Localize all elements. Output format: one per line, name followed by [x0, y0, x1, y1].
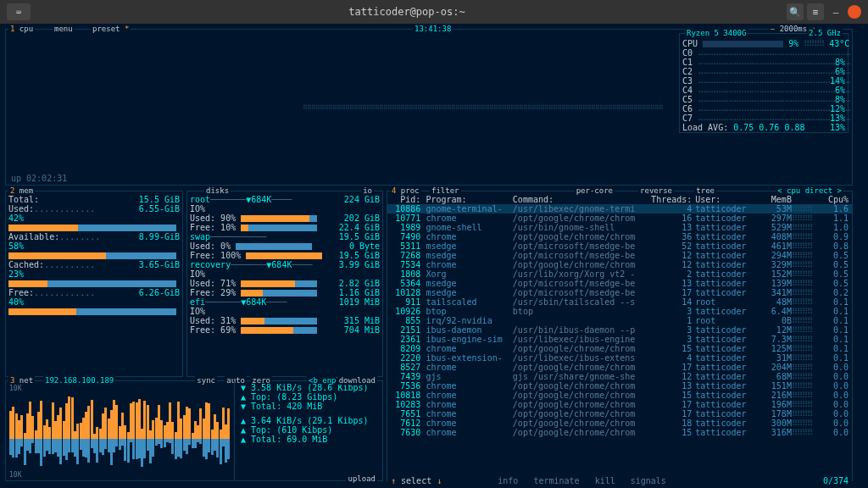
net-panel: 3 net 192.168.100.189 sync auto zero <b … [5, 380, 383, 481]
cpu-freq: 2.5 GHz [807, 29, 843, 37]
net-ul-total: ▲ Total: 69.0 MiB [238, 435, 379, 444]
minimize-button[interactable]: — [827, 3, 844, 20]
h-cmd[interactable]: Command: [513, 195, 651, 204]
f-sig[interactable]: signals [631, 476, 666, 485]
disk-item: swap───────────19.5 GiB Used: 0% 0 Byte … [187, 232, 382, 260]
uptime: up 02:02:31 [11, 174, 67, 183]
mem-used-l: Used: [8, 204, 34, 214]
cpu-graph: ⠿⠿⠿⠿⠿⠿⠿⠿⠿⠿⠿⠿⠿⠿⠿⠿⠿⠿⠿⠿⠿⠿⠿⠿⠿⠿⠿⠿⠿⠿⠿⠿⠿⠿⠿⠿⠿⠿⠿⠿… [303, 106, 667, 111]
f-term[interactable]: terminate [533, 476, 579, 485]
table-row[interactable]: 5364msedge/opt/microsoft/msedge-be13tatt… [387, 279, 852, 288]
core-row: C4 ⠤⠤⠤⠤⠤⠤⠤⠤⠤⠤⠤⠤⠤⠤⠤⠤⠤⠤⠤⠤⠤⠤⠤⠤⠤⠤⠤⠤⠤⠤ 8% [680, 86, 848, 95]
h-mem[interactable]: MemB [759, 195, 792, 204]
proc-sort[interactable]: < cpu direct > [776, 186, 843, 195]
search-button[interactable]: 🔍 [787, 3, 804, 20]
close-button[interactable] [848, 5, 861, 19]
net-ul-l: upload [346, 474, 377, 483]
menu-label[interactable]: menu [54, 25, 73, 33]
core-row: C1 ⠤⠤⠤⠤⠤⠤⠤⠤⠤⠤⠤⠤⠤⠤⠤⠤⠤⠤⠤⠤⠤⠤⠤⠤⠤⠤⠤⠤⠤⠤ 6% [680, 58, 848, 67]
f-kill[interactable]: kill [595, 476, 615, 485]
mem-av: 8.99-GiB [139, 232, 180, 241]
net-dl-total: ▼ Total: 420 MiB [238, 402, 379, 411]
core-row: C7 ⠤⠤⠤⠤⠤⠤⠤⠤⠤⠤⠤⠤⠤⠤⠤⠤⠤⠤⠤⠤⠤⠤⠤⠤⠤⠤⠤⠤⠤⠤ 13% [680, 114, 848, 123]
mem-fr: 6.26-GiB [139, 288, 180, 297]
proc-filter[interactable]: filter [430, 186, 461, 195]
table-row[interactable]: 8527chrome/opt/google/chrome/chrom17tatt… [387, 363, 852, 372]
table-row[interactable]: 10283chrome/opt/google/chrome/chrom17tat… [387, 400, 852, 409]
menu-button[interactable]: ≡ [807, 3, 824, 20]
h-pid[interactable]: Pid: [391, 195, 426, 204]
table-row[interactable]: 7612chrome/opt/google/chrome/chrom18tatt… [387, 419, 852, 428]
app-icon: ⌨ [7, 3, 31, 20]
mem-ca-l: Cached: [8, 260, 44, 269]
f-info[interactable]: info [498, 476, 518, 485]
mem-fr-l: Free: [8, 288, 34, 297]
table-row[interactable]: 5311msedge/opt/microsoft/msedge-be52tatt… [387, 241, 852, 251]
table-row[interactable]: 1989gnome-shell/usr/bin/gnome-shell13tat… [387, 223, 852, 232]
loadavg: 0.75 0.76 0.88 [728, 123, 804, 132]
disks-title[interactable]: disks [204, 186, 231, 195]
disk-item: recovery───────▼684K────3.99 GiB IO% Use… [187, 260, 382, 297]
table-row[interactable]: 7534chrome/opt/google/chrome/chrom12tatt… [387, 260, 852, 269]
net-ul-top: ▲ Top: (610 Kibps) [238, 425, 379, 435]
table-row[interactable]: 855irq/92-nvidia1root0B⠿⠿⠿⠿0.1 [387, 316, 852, 325]
cpu-info: Ryzen 5 3400G 2.5 GHz CPU 9% ⠿⠿⠿⠿ 43°C C… [679, 33, 849, 133]
table-row[interactable]: 10771chrome/opt/google/chrome/chrom16tat… [387, 214, 852, 223]
cpu-label[interactable]: cpu [19, 25, 33, 33]
mem-ca-p: 23% [8, 269, 24, 279]
proc-percore[interactable]: per-core [575, 186, 615, 195]
table-row[interactable]: 7439gjsgjs /usr/share/gnome-she12tattico… [387, 372, 852, 381]
disks-io[interactable]: io [361, 186, 374, 195]
mem-title[interactable]: mem [19, 186, 33, 195]
refresh-ms[interactable]: 2000ms [780, 25, 808, 33]
proc-title[interactable]: proc [401, 186, 420, 195]
core-row: C5 ⠤⠤⠤⠤⠤⠤⠤⠤⠤⠤⠤⠤⠤⠤⠤⠤⠤⠤⠤⠤⠤⠤⠤⠤⠤⠤⠤⠤⠤⠤ 12% [680, 95, 848, 104]
table-row[interactable]: 2220ibus-extension-/usr/libexec/ibus-ext… [387, 353, 852, 363]
proc-reverse[interactable]: reverse [638, 186, 674, 195]
table-row[interactable]: 1808Xorg/usr/lib/xorg/Xorg vt2 -2tattico… [387, 269, 852, 279]
preset-label[interactable]: preset [92, 25, 120, 33]
table-row[interactable]: 8209chrome/opt/google/chrome/chrom15tatt… [387, 344, 852, 353]
mem-total: 15.5 GiB [139, 195, 180, 204]
mem-used: 6.55-GiB [139, 204, 180, 214]
proc-header: Pid: Program: Command: Threads: User: Me… [387, 195, 852, 204]
table-row[interactable]: 7490chrome/opt/google/chrome/chrom36tatt… [387, 232, 852, 241]
h-cpu[interactable]: Cpu% [820, 195, 849, 204]
table-row[interactable]: 7268msedge/opt/microsoft/msedge-be12tatt… [387, 251, 852, 260]
mem-panel: 2 mem Total:15.5 GiB Used:............6.… [5, 191, 183, 377]
cpu-n: 1 [10, 25, 14, 33]
table-row[interactable]: 10818chrome/opt/google/chrome/chrom15tat… [387, 391, 852, 400]
cpu-total-l: CPU [682, 39, 698, 48]
net-y2: 10K [9, 471, 21, 479]
h-prog[interactable]: Program: [426, 195, 512, 204]
mem-total-l: Total: [8, 195, 39, 204]
disk-item: root───────▼684K────224 GiB IO% Used: 90… [187, 195, 382, 232]
net-graph-down [9, 392, 231, 439]
table-row[interactable]: 7536chrome/opt/google/chrome/chrom13tatt… [387, 381, 852, 391]
table-row[interactable]: 10926btopbtop3tatticoder6.4M⠿⠿⠿⠿0.1 [387, 307, 852, 316]
table-row[interactable]: 2361ibus-engine-sim/usr/libexec/ibus-eng… [387, 335, 852, 344]
h-thr[interactable]: Threads: [651, 195, 695, 204]
f-select[interactable]: select [401, 476, 431, 485]
net-y1: 10K [9, 385, 231, 392]
table-row[interactable]: 911tailscaled/usr/sbin/tailscaled --s14r… [387, 297, 852, 307]
mem-av-l: Available: [8, 232, 59, 241]
core-row: C2 ⠤⠤⠤⠤⠤⠤⠤⠤⠤⠤⠤⠤⠤⠤⠤⠤⠤⠤⠤⠤⠤⠤⠤⠤⠤⠤⠤⠤⠤⠤ 14% [680, 67, 848, 76]
proc-pos: 0/374 [823, 476, 849, 485]
table-row[interactable]: 10128msedge/opt/microsoft/msedge-be17tat… [387, 288, 852, 297]
table-row[interactable]: 10886gnome-terminal-/usr/libexec/gnome-t… [387, 204, 852, 214]
loadavg-l: Load AVG: [682, 123, 728, 132]
cpu-total-pct: 9% [788, 39, 798, 48]
cpu-temp: 43°C [829, 39, 849, 48]
proc-tree[interactable]: tree [694, 186, 716, 195]
table-row[interactable]: 2151ibus-daemon/usr/bin/ibus-daemon --p3… [387, 325, 852, 335]
table-row[interactable]: 7630chrome/opt/google/chrome/chrom15tatt… [387, 428, 852, 437]
net-dl-top: ▲ Top: (8.23 Gibps) [238, 392, 379, 402]
h-usr[interactable]: User: [695, 195, 759, 204]
proc-panel: 4 proc filter per-core reverse tree < cp… [387, 191, 853, 481]
net-dl-l: download [337, 376, 377, 385]
mem-av-p: 58% [8, 241, 24, 251]
mem-ca: 3.65-GiB [139, 260, 180, 269]
net-ul-rate: ▲ 3.64 KiB/s (29.1 Kibps) [238, 416, 379, 425]
table-row[interactable]: 7651chrome/opt/google/chrome/chrom17tatt… [387, 409, 852, 419]
